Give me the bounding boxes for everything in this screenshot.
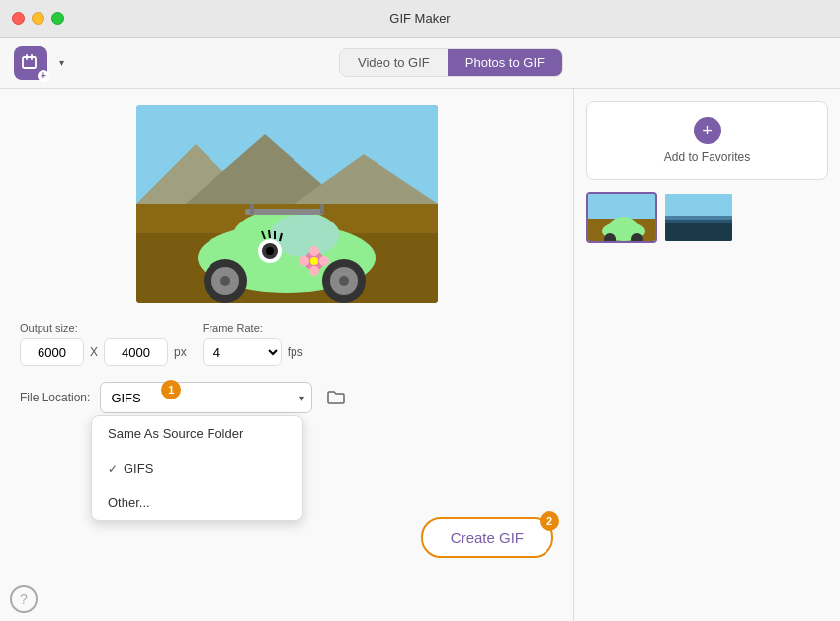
svg-point-18 [266,247,274,255]
thumbnail-2[interactable] [663,192,734,243]
file-location-dropdown: Same As Source Folder ✓ GIFS Other... [91,415,303,521]
height-input[interactable] [104,338,168,366]
svg-rect-31 [320,204,324,214]
window-title: GIF Maker [389,11,450,26]
frame-rate-select[interactable]: 4 8 12 24 [203,338,282,366]
add-favorites-label: Add to Favorites [664,150,750,164]
svg-rect-40 [665,216,734,223]
window-controls [12,12,64,25]
left-panel: Output size: X px Frame Rate: 4 8 12 24 [0,89,573,621]
svg-point-15 [339,276,349,286]
width-input[interactable] [20,338,84,366]
toolbar: + ▾ Video to GIF Photos to GIF [0,38,840,89]
main-content: Output size: X px Frame Rate: 4 8 12 24 [0,89,840,621]
px-label: px [174,345,187,359]
thumbnail-2-image [665,194,732,241]
browse-folder-button[interactable] [322,384,350,411]
folder-icon [327,390,345,405]
frame-rate-group: Frame Rate: 4 8 12 24 fps [203,322,303,366]
dropdown-item-other[interactable]: Other... [92,486,302,520]
thumb1-svg [588,194,657,243]
svg-point-24 [309,246,319,256]
add-favorites-plus-icon: + [694,117,721,144]
toolbar-dropdown-arrow[interactable]: ▾ [59,57,64,68]
svg-point-27 [299,256,309,266]
dropdown-item-gifs[interactable]: ✓ GIFS [92,451,302,486]
tab-video-to-gif[interactable]: Video to GIF [340,49,448,76]
create-gif-label: Create GIF [451,529,524,546]
fps-label: fps [288,345,303,359]
gifs-checkmark: ✓ [108,462,118,476]
svg-rect-30 [250,204,254,214]
file-location-select[interactable]: Same As Source Folder GIFS Other... [100,382,312,413]
preview-image [136,105,438,303]
car-illustration [136,105,438,303]
logo-plus-icon: + [38,70,49,82]
thumbnail-1-image [588,194,655,241]
thumb2-svg [665,194,734,243]
dropdown-item-same-as-source-label: Same As Source Folder [108,426,243,441]
tab-photos-to-gif[interactable]: Photos to GIF [448,49,562,76]
svg-line-20 [269,230,270,238]
frame-rate-label: Frame Rate: [203,322,303,334]
file-location-select-wrapper: 1 Same As Source Folder GIFS Other... ▾ [100,382,312,413]
size-separator: X [90,345,98,359]
maximize-button[interactable] [51,12,64,25]
add-favorites-box[interactable]: + Add to Favorites [586,101,828,180]
output-size-inputs: X px [20,338,187,366]
svg-point-12 [220,276,230,286]
logo-icon [21,53,41,73]
svg-point-28 [310,257,318,265]
output-size-group: Output size: X px [20,322,187,366]
photo-preview [136,105,438,303]
dropdown-item-other-label: Other... [108,495,150,510]
settings-row: Output size: X px Frame Rate: 4 8 12 24 [20,314,553,366]
question-icon: ? [20,591,28,607]
output-size-label: Output size: [20,322,187,334]
svg-point-35 [610,217,637,234]
svg-rect-0 [23,57,36,68]
app-logo[interactable]: + [14,46,47,80]
file-location-row: File Location: 1 Same As Source Folder G… [20,378,553,413]
tab-group: Video to GIF Photos to GIF [339,48,563,77]
dropdown-item-same-as-source[interactable]: Same As Source Folder [92,416,302,451]
create-gif-wrapper: 2 Create GIF [421,517,553,558]
svg-rect-32 [588,194,657,219]
right-panel: + Add to Favorites [573,89,840,621]
minimize-button[interactable] [32,12,44,25]
create-gif-button[interactable]: 2 Create GIF [421,517,553,558]
title-bar: GIF Maker [0,0,840,38]
svg-point-26 [309,266,319,276]
close-button[interactable] [12,12,25,25]
thumbnail-1[interactable] [586,192,657,243]
svg-point-25 [319,256,329,266]
plus-symbol: + [702,122,713,139]
thumbnails-row [586,192,828,243]
help-button[interactable]: ? [10,585,38,613]
svg-rect-29 [245,209,324,215]
file-location-label: File Location: [20,391,90,404]
badge-2: 2 [540,511,559,531]
frame-rate-inputs: 4 8 12 24 fps [203,338,303,366]
dropdown-item-gifs-label: GIFS [124,461,153,476]
